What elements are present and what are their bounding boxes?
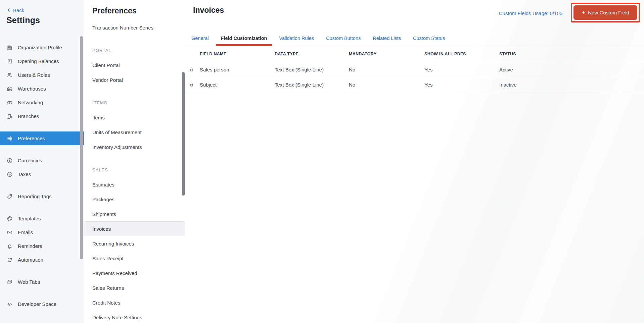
page-title: Invoices — [193, 6, 224, 15]
pref-item-sales-receipt[interactable]: Sales Receipt — [84, 251, 185, 266]
tab-field-customization[interactable]: Field Customization — [221, 36, 267, 46]
tab-validation-rules[interactable]: Validation Rules — [279, 36, 314, 46]
tag-icon — [7, 194, 13, 200]
sidebar-item-label: Reminders — [18, 243, 42, 249]
sidebar-item-label: Users & Roles — [18, 72, 50, 78]
pref-item-vendor-portal[interactable]: Vendor Portal — [84, 72, 185, 87]
sidebar-scrollbar[interactable] — [80, 36, 83, 259]
sidebar-item-reminders[interactable]: Reminders — [0, 239, 84, 253]
sidebar-item-currencies[interactable]: $Currencies — [0, 154, 84, 167]
sidebar-group-0: Organization ProfileOpening BalancesUser… — [0, 41, 84, 123]
settings-title: Settings — [6, 15, 40, 25]
pref-section-heading-portal: PORTAL — [84, 43, 185, 58]
pref-item-label: Packages — [92, 197, 114, 202]
pref-section-heading-items: ITEMS — [84, 95, 185, 110]
column-header-status: STATUS — [499, 52, 644, 56]
settings-nav: Organization ProfileOpening BalancesUser… — [0, 41, 84, 311]
sidebar-item-label: Organization Profile — [18, 45, 62, 50]
users-icon — [7, 72, 13, 78]
sidebar-item-branches[interactable]: Branches — [0, 109, 84, 123]
pref-item-label: Payments Received — [92, 270, 137, 276]
chevron-left-icon — [7, 7, 11, 13]
sidebar-item-label: Automation — [18, 257, 43, 263]
svg-text:%: % — [9, 173, 11, 176]
custom-fields-usage-link[interactable]: Custom Fields Usage: 0/105 — [499, 10, 562, 16]
app-root: Back Settings Organization ProfileOpenin… — [0, 0, 644, 323]
sidebar-item-organization-profile[interactable]: Organization Profile — [0, 41, 84, 54]
annotation-highlight-box: + New Custom Field — [571, 3, 640, 22]
pref-item-client-portal[interactable]: Client Portal — [84, 58, 185, 72]
cell-status: Inactive — [499, 82, 644, 88]
cell-show-in-all-pdfs: Yes — [424, 82, 499, 88]
pref-item-label: Shipments — [92, 211, 116, 217]
sidebar-item-networking[interactable]: Networking — [0, 96, 84, 109]
dollar-circle-icon: $ — [7, 158, 13, 164]
pref-item-delivery-note-settings[interactable]: Delivery Note Settings — [84, 310, 185, 323]
pref-item-transaction-number-series[interactable]: Transaction Number Series — [84, 25, 185, 35]
cell-data-type: Text Box (Single Line) — [275, 82, 349, 88]
sidebar-item-developer-space[interactable]: Developer Space — [0, 297, 84, 311]
back-label: Back — [13, 7, 24, 13]
cell-field-name: Subject — [200, 82, 275, 88]
cell-data-type: Text Box (Single Line) — [275, 67, 349, 72]
sidebar-item-preferences[interactable]: Preferences — [0, 131, 84, 145]
tab-custom-status[interactable]: Custom Status — [413, 36, 445, 46]
sidebar-item-label: Reporting Tags — [18, 194, 52, 199]
sidebar-item-reporting-tags[interactable]: Reporting Tags — [0, 190, 84, 203]
pref-item-recurring-invoices[interactable]: Recurring Invoices — [84, 236, 185, 251]
table-body: Sales personText Box (Single Line)NoYesA… — [185, 62, 644, 92]
new-custom-field-button[interactable]: + New Custom Field — [573, 5, 637, 20]
building-icon — [7, 45, 13, 51]
cell-status: Active — [499, 67, 644, 72]
sidebar-group-3: Reporting Tags — [0, 190, 84, 203]
sidebar-item-users-roles[interactable]: Users & Roles — [0, 68, 84, 82]
web-tabs-icon — [7, 279, 13, 285]
tab-custom-buttons[interactable]: Custom Buttons — [326, 36, 361, 46]
pref-item-label: Inventory Adjustments — [92, 144, 142, 150]
percent-circle-icon: % — [7, 171, 13, 177]
lock-icon — [189, 67, 200, 72]
preferences-panel: Preferences Transaction Number SeriesPOR… — [84, 0, 185, 323]
sidebar-group-1: Preferences — [0, 131, 84, 145]
pref-item-payments-received[interactable]: Payments Received — [84, 266, 185, 280]
pref-item-label: Sales Receipt — [92, 256, 124, 261]
pref-item-inventory-adjustments[interactable]: Inventory Adjustments — [84, 140, 185, 154]
sidebar-item-web-tabs[interactable]: Web Tabs — [0, 275, 84, 289]
main-header: Invoices Custom Fields Usage: 0/105 + Ne… — [185, 0, 644, 29]
sidebar-item-templates[interactable]: Templates — [0, 212, 84, 225]
preferences-title: Preferences — [92, 6, 137, 15]
tab-general[interactable]: General — [191, 36, 209, 46]
sidebar-group-6: Developer Space — [0, 297, 84, 311]
pref-item-items[interactable]: Items — [84, 110, 185, 125]
invoices-main: Invoices Custom Fields Usage: 0/105 + Ne… — [185, 0, 644, 323]
sidebar-item-automation[interactable]: Automation — [0, 253, 84, 267]
preferences-scrollbar[interactable] — [182, 72, 185, 196]
sidebar-item-taxes[interactable]: %Taxes — [0, 167, 84, 181]
branch-icon — [7, 113, 13, 119]
sidebar-item-label: Taxes — [18, 171, 31, 177]
cell-mandatory: No — [349, 82, 424, 88]
back-link[interactable]: Back — [7, 7, 24, 13]
settings-sidebar: Back Settings Organization ProfileOpenin… — [0, 0, 84, 323]
sidebar-item-opening-balances[interactable]: Opening Balances — [0, 54, 84, 68]
tab-bar: GeneralField CustomizationValidation Rul… — [185, 29, 644, 46]
sync-icon — [7, 257, 13, 263]
table-row-subject[interactable]: SubjectText Box (Single Line)NoYesInacti… — [185, 77, 644, 92]
sidebar-item-emails[interactable]: Emails — [0, 225, 84, 239]
pref-item-label: Delivery Note Settings — [92, 315, 142, 320]
pref-item-units-of-measurement[interactable]: Units of Measurement — [84, 125, 185, 140]
sidebar-item-warehouses[interactable]: Warehouses — [0, 82, 84, 96]
table-row-sales-person[interactable]: Sales personText Box (Single Line)NoYesA… — [185, 62, 644, 77]
pref-item-label: Credit Notes — [92, 300, 120, 306]
pref-item-estimates[interactable]: Estimates — [84, 177, 185, 192]
tab-related-lists[interactable]: Related Lists — [373, 36, 401, 46]
pref-item-packages[interactable]: Packages — [84, 192, 185, 207]
cell-mandatory: No — [349, 67, 424, 72]
sidebar-item-label: Branches — [18, 113, 39, 119]
pref-item-sales-returns[interactable]: Sales Returns — [84, 280, 185, 295]
new-custom-field-label: New Custom Field — [588, 10, 629, 15]
pref-item-invoices[interactable]: Invoices — [84, 221, 185, 236]
pref-item-shipments[interactable]: Shipments — [84, 207, 185, 221]
pref-item-label: Units of Measurement — [92, 129, 142, 135]
pref-item-credit-notes[interactable]: Credit Notes — [84, 295, 185, 310]
